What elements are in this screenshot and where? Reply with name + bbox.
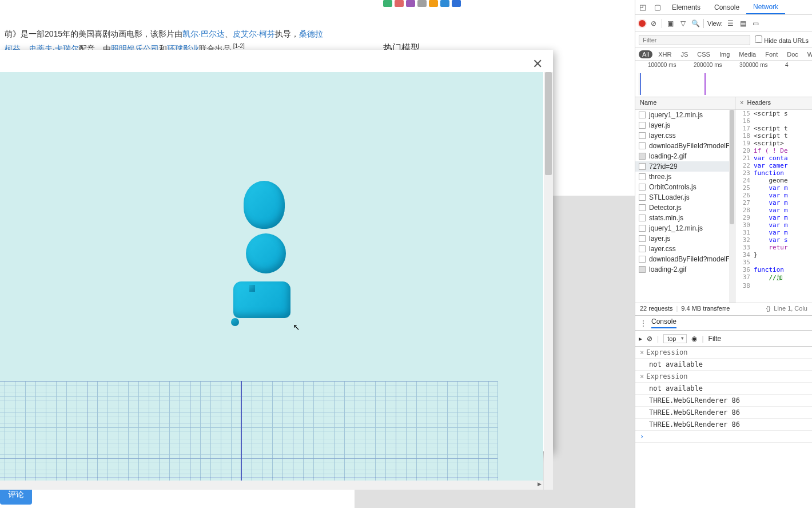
share-icon[interactable] xyxy=(452,0,461,7)
response-panel: ×Headers 15<script s1617<script t18<scri… xyxy=(735,97,812,303)
link[interactable]: 凯尔·巴尔达 xyxy=(182,29,225,38)
filter-row: Hide data URLs xyxy=(635,32,812,48)
request-row[interactable]: layer.js xyxy=(635,120,735,130)
tab-console[interactable]: Console xyxy=(707,1,746,14)
search-icon[interactable]: 🔍 xyxy=(691,19,700,27)
request-row[interactable]: jquery1_12.min.js xyxy=(635,223,735,233)
v-scrollbar[interactable] xyxy=(544,72,553,490)
cursor-icon: ↖ xyxy=(293,322,300,332)
request-row[interactable]: OrbitControls.js xyxy=(635,182,735,192)
grid-floor xyxy=(0,381,498,490)
network-toolbar: ⊘ ▣ ▽ 🔍 View: ☰ ▤ ▭ xyxy=(635,15,812,32)
tab-elements[interactable]: Elements xyxy=(665,1,707,14)
model-viewer-modal: ✕ ↖ xyxy=(0,50,553,451)
request-row[interactable]: loading-2.gif xyxy=(635,264,735,275)
filter-input[interactable] xyxy=(639,35,750,45)
clear-console-icon[interactable]: ⊘ xyxy=(647,335,652,343)
filter-font[interactable]: Font xyxy=(762,50,781,58)
network-requests-list: Name jquery1_12.min.jslayer.jslayer.cssd… xyxy=(635,97,735,303)
threejs-canvas[interactable]: ↖ xyxy=(0,72,543,490)
play-icon[interactable]: ▸ xyxy=(639,335,642,343)
eye-icon[interactable]: ◉ xyxy=(691,335,697,343)
overview-icon[interactable]: ▭ xyxy=(751,19,761,27)
request-row[interactable]: jquery1_12.min.js xyxy=(635,110,735,120)
share-icon[interactable] xyxy=(383,0,392,7)
share-icon[interactable] xyxy=(406,0,415,7)
view-list-icon[interactable]: ☰ xyxy=(726,19,735,27)
console-filter[interactable]: Filte xyxy=(708,335,722,343)
filter-css[interactable]: CSS xyxy=(694,50,714,58)
source-code[interactable]: 15<script s1617<script t18<script t19<sc… xyxy=(735,110,812,289)
request-row[interactable]: downloadByFileId?modelFi xyxy=(635,254,735,264)
list-scrollbar[interactable] xyxy=(729,110,735,303)
name-column-header[interactable]: Name xyxy=(635,97,735,110)
request-row[interactable]: layer.js xyxy=(635,233,735,244)
console-drawer-tab: ⋮ Console xyxy=(635,316,812,331)
filter-js[interactable]: JS xyxy=(677,50,691,58)
filter-doc[interactable]: Doc xyxy=(783,50,802,58)
filter-img[interactable]: Img xyxy=(716,50,733,58)
request-row[interactable]: layer.css xyxy=(635,130,735,141)
inspect-icon[interactable]: ◰ xyxy=(635,3,650,11)
menu-icon[interactable]: ⋮ xyxy=(640,319,647,327)
close-icon[interactable]: ✕ xyxy=(532,57,543,72)
devtools-tabs: ◰ ▢ Elements Console Network xyxy=(635,0,812,15)
tab-network[interactable]: Network xyxy=(746,1,785,14)
filter-icon[interactable]: ▽ xyxy=(678,19,687,27)
request-row[interactable]: Detector.js xyxy=(635,203,735,213)
request-row[interactable]: loading-2.gif xyxy=(635,151,735,161)
type-filters: AllXHRJSCSSImgMediaFontDocWS xyxy=(635,48,812,61)
request-row[interactable]: downloadByFileId?modelFi xyxy=(635,141,735,151)
share-icon[interactable] xyxy=(429,0,438,7)
hide-data-urls-checkbox[interactable]: Hide data URLs xyxy=(755,35,809,44)
request-row[interactable]: layer.css xyxy=(635,244,735,254)
filter-ws[interactable]: WS xyxy=(804,50,812,58)
share-icons xyxy=(383,0,475,7)
camera-icon[interactable]: ▣ xyxy=(666,19,675,27)
close-panel-icon[interactable]: × xyxy=(740,99,743,106)
share-icon[interactable] xyxy=(417,0,427,7)
context-select[interactable]: top xyxy=(663,334,687,343)
share-icon[interactable] xyxy=(440,0,449,7)
timeline[interactable]: 100000 ms 200000 ms 300000 ms 4 xyxy=(635,61,812,97)
console-tab-label[interactable]: Console xyxy=(651,318,676,328)
headers-tab[interactable]: Headers xyxy=(747,99,771,106)
console-output[interactable]: ×Expression not available ×Expression no… xyxy=(635,347,812,443)
device-icon[interactable]: ▢ xyxy=(650,3,665,11)
share-icon[interactable] xyxy=(395,0,404,7)
stl-model xyxy=(233,181,290,318)
view-frame-icon[interactable]: ▤ xyxy=(739,19,748,27)
filter-xhr[interactable]: XHR xyxy=(655,50,675,58)
record-icon[interactable] xyxy=(639,20,646,27)
request-row[interactable]: stats.min.js xyxy=(635,213,735,223)
filter-all[interactable]: All xyxy=(639,50,652,58)
request-row[interactable]: 72?id=29 xyxy=(635,161,735,172)
filter-media[interactable]: Media xyxy=(735,50,759,58)
request-row[interactable]: STLLoader.js xyxy=(635,192,735,203)
network-status-bar: 22 requests|9.4 MB transferre {} Line 1,… xyxy=(635,303,812,316)
view-label: View: xyxy=(707,20,723,27)
console-toolbar: ▸ ⊘ | top ◉ | Filte xyxy=(635,331,812,347)
h-scrollbar[interactable] xyxy=(0,481,543,490)
devtools-panel: ◰ ▢ Elements Console Network ⊘ ▣ ▽ 🔍 Vie… xyxy=(635,0,812,508)
clear-icon[interactable]: ⊘ xyxy=(649,19,658,27)
request-row[interactable]: three.js xyxy=(635,172,735,182)
link[interactable]: 皮艾尔·柯芬 xyxy=(233,29,275,38)
link[interactable]: 桑德拉 xyxy=(299,29,323,38)
